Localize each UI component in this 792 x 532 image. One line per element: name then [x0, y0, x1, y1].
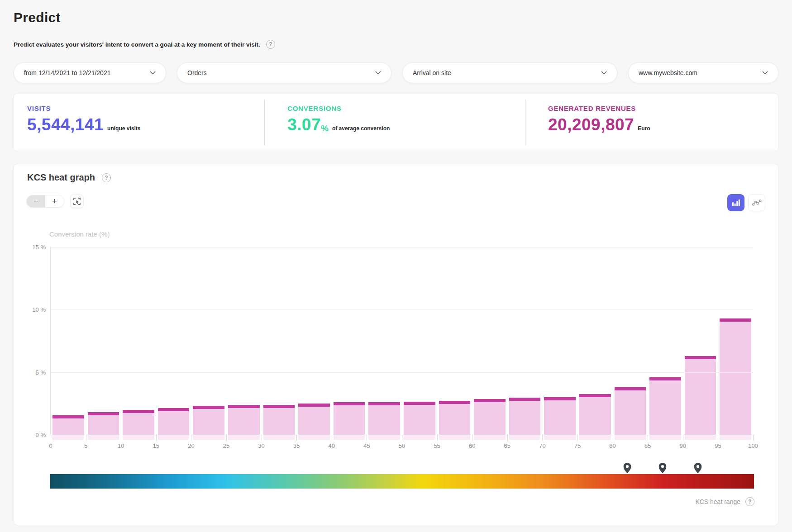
bar-slot	[156, 247, 191, 435]
kcs-heat-gradient	[50, 474, 754, 489]
revenues-stat: GENERATED REVENUES 20,209,807 Euro	[525, 94, 778, 151]
bar-slot	[613, 247, 648, 435]
bar-tail	[228, 435, 260, 440]
bar-kcs-65[interactable]	[509, 398, 541, 435]
map-pin-icon[interactable]	[658, 463, 666, 473]
x-tick-label: 25	[223, 442, 229, 449]
chevron-down-icon	[375, 71, 381, 75]
x-tick-label: 85	[644, 442, 651, 449]
bar-tail	[720, 435, 751, 440]
x-tick-label: 55	[434, 442, 440, 449]
bar-slot	[191, 247, 226, 435]
x-tick-label: 35	[293, 442, 300, 449]
help-icon[interactable]: ?	[745, 497, 754, 506]
x-tick-mark	[472, 435, 472, 441]
x-tick-label: 50	[399, 442, 405, 449]
x-tick-label: 30	[258, 442, 264, 449]
bar-slot	[262, 247, 297, 435]
bar-slot	[437, 247, 472, 435]
bar-kcs-75[interactable]	[579, 394, 611, 435]
x-tick-label: 5	[84, 442, 87, 449]
line-view-toggle[interactable]	[748, 194, 765, 211]
x-tick-mark	[437, 435, 438, 441]
visits-label: VISITS	[27, 104, 264, 112]
gridline	[51, 247, 753, 247]
bar-kcs-80[interactable]	[615, 387, 646, 435]
chevron-down-icon	[601, 71, 607, 75]
bar-tail	[263, 435, 295, 440]
bar-kcs-15[interactable]	[158, 408, 190, 435]
visits-value: 5,544,141	[27, 116, 104, 133]
conversions-percent-sign: %	[321, 124, 329, 133]
bar-slot	[226, 247, 262, 435]
bar-tail	[158, 435, 190, 440]
bar-tail	[439, 435, 471, 440]
bar-kcs-35[interactable]	[298, 404, 330, 435]
bar-kcs-60[interactable]	[474, 399, 506, 435]
bar-slot	[367, 247, 402, 435]
bar-kcs-50[interactable]	[404, 402, 435, 435]
help-icon[interactable]: ?	[102, 173, 111, 182]
x-tick-mark	[507, 435, 508, 441]
bars-layer	[51, 247, 753, 435]
x-tick-mark	[613, 435, 613, 441]
bar-slot	[718, 247, 753, 435]
predict-page: Predict Predict evaluates your visitors'…	[0, 0, 792, 525]
date-range-value: from 12/14/2021 to 12/21/2021	[24, 69, 110, 76]
bar-slot	[296, 247, 332, 435]
heat-range-label: KCS heat range	[695, 498, 740, 505]
bar-tail	[88, 435, 119, 440]
conversions-stat: CONVERSIONS 3.07% of average conversion	[265, 94, 525, 151]
chart-view-toggles	[727, 194, 765, 211]
goal-dropdown[interactable]: Orders	[177, 62, 391, 83]
x-tick-label: 95	[715, 442, 721, 449]
bar-kcs-5[interactable]	[88, 412, 119, 435]
bar-kcs-55[interactable]	[439, 401, 471, 435]
bar-slot	[402, 247, 437, 435]
moment-value: Arrival on site	[413, 69, 451, 76]
zoom-in-button[interactable]: +	[45, 195, 64, 207]
bar-kcs-20[interactable]	[193, 406, 224, 435]
bar-kcs-40[interactable]	[334, 402, 365, 435]
x-tick-mark	[86, 435, 86, 441]
bar-slot	[51, 247, 86, 435]
bar-kcs-70[interactable]	[544, 397, 576, 435]
bar-tail	[509, 435, 541, 440]
bar-kcs-25[interactable]	[228, 405, 260, 435]
bar-kcs-45[interactable]	[368, 402, 400, 435]
goal-value: Orders	[187, 69, 207, 76]
x-tick-mark	[156, 435, 157, 441]
bar-kcs-30[interactable]	[263, 405, 295, 435]
x-tick-label: 70	[539, 442, 545, 449]
bar-kcs-0[interactable]	[52, 415, 84, 435]
bar-kcs-90[interactable]	[685, 356, 716, 435]
bar-tail	[123, 435, 154, 440]
bar-kcs-95[interactable]	[720, 318, 751, 435]
bar-kcs-10[interactable]	[123, 410, 154, 435]
site-dropdown[interactable]: www.mywebsite.com	[628, 62, 778, 83]
date-range-dropdown[interactable]: from 12/14/2021 to 12/21/2021	[14, 62, 166, 83]
conversions-value: 3.07	[287, 116, 321, 133]
x-tick-label: 45	[363, 442, 370, 449]
x-tick-mark	[51, 435, 51, 441]
x-tick-mark	[648, 435, 648, 441]
conversion-rate-plot: 15 %10 %5 %0 %05101520253035404550556065…	[50, 247, 753, 435]
bar-tail	[685, 435, 716, 440]
moment-dropdown[interactable]: Arrival on site	[402, 62, 617, 83]
x-tick-mark	[296, 435, 297, 441]
bar-slot	[542, 247, 577, 435]
bar-kcs-85[interactable]	[649, 377, 681, 435]
x-tick-mark	[402, 435, 402, 441]
map-pin-icon[interactable]	[694, 463, 701, 473]
y-tick-label: 5 %	[36, 369, 46, 375]
zoom-out-button[interactable]: −	[27, 195, 45, 207]
y-tick-label: 0 %	[36, 432, 46, 438]
x-tick-label: 10	[118, 442, 124, 449]
help-icon[interactable]: ?	[266, 40, 275, 49]
fullscreen-icon	[73, 198, 81, 205]
fullscreen-button[interactable]	[70, 195, 84, 208]
map-pin-icon[interactable]	[624, 463, 631, 473]
bar-tail	[404, 435, 435, 440]
bar-view-toggle[interactable]	[727, 194, 744, 211]
revenues-unit: Euro	[638, 125, 650, 133]
